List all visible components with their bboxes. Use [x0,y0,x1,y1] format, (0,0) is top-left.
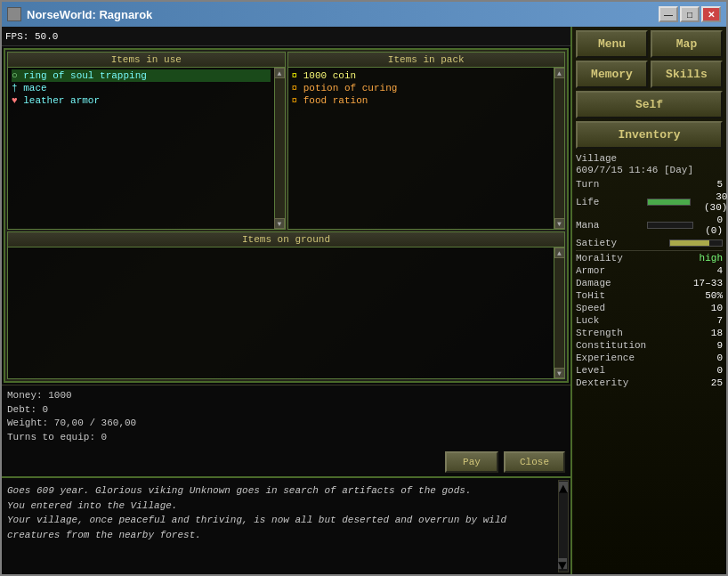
stat-row-damage: Damage 17–33 [576,278,723,288]
life-bar [647,199,691,206]
scroll-down-btn[interactable]: ▼ [274,218,285,229]
minimize-button[interactable]: — [659,6,678,22]
inventory-button[interactable]: Inventory [576,121,723,149]
items-in-use-header: Items in use [8,53,285,68]
money-status: Money: 1000 [7,389,565,402]
items-in-pack-content: ¤ 1000 coin ¤ potion of curing ¤ food ra… [288,68,554,229]
items-on-ground-header: Items on ground [8,232,564,247]
top-button-row: Menu Map [576,30,723,58]
mana-label: Mana [576,220,647,231]
stat-row-satiety: Satiety [576,238,723,248]
message-3: Your village, once peaceful and thriving… [7,513,565,542]
experience-value: 0 [716,353,723,363]
menu-button[interactable]: Menu [576,30,648,58]
bullet-icon: † [12,83,18,93]
armor-label: Armor [576,265,647,276]
stat-row-tohit: ToHit 50% [576,290,723,301]
items-on-ground-content [8,247,554,378]
items-in-pack-scrollbar[interactable]: ▲ ▼ [554,68,564,229]
message-scrollbar[interactable]: ▲ ▼ [558,480,569,572]
dexterity-label: Dexterity [576,377,647,388]
scroll-up-btn[interactable]: ▲ [274,68,285,78]
list-item[interactable]: † mace [12,82,271,94]
stat-row-armor: Armor 4 [576,265,723,276]
maximize-button[interactable]: □ [680,6,700,22]
items-in-pack-header: Items in pack [288,53,565,68]
map-button[interactable]: Map [651,30,723,58]
stat-row-experience: Experience 0 [576,353,723,363]
message-2: You entered into the Village. [7,499,565,514]
stat-row-morality: Morality high [576,253,723,264]
scroll-up-btn[interactable]: ▲ [554,68,565,78]
skills-button[interactable]: Skills [651,61,723,88]
pay-button[interactable]: Pay [445,451,498,473]
scroll-down-btn[interactable]: ▼ [554,368,565,378]
morality-value: high [700,253,723,264]
list-item[interactable]: ¤ 1000 coin [292,69,551,82]
items-on-ground-scrollbar[interactable]: ▲ ▼ [554,247,564,378]
stat-row-speed: Speed 10 [576,303,723,313]
items-on-ground-panel: Items on ground ▲ ▼ [7,231,565,379]
list-item[interactable]: ¤ potion of curing [292,82,551,94]
app-icon [7,7,21,21]
stats-area: Village 609/7/15 11:46 [Day] Turn 5 Life… [576,151,723,571]
message-log: Goes 609 year. Glorious viking Unknown g… [2,476,570,574]
location-text: Village [576,153,723,164]
main-content: FPS: 50.0 Items in use ○ ring of soul tr… [2,27,726,574]
luck-value: 7 [716,315,723,326]
close-inventory-button[interactable]: Close [504,451,565,473]
list-item[interactable]: ♥ leather armor [12,94,271,107]
tohit-value: 50% [705,290,723,301]
message-scroll-down[interactable]: ▼ [558,558,567,569]
bullet-icon: ¤ [292,83,298,93]
level-label: Level [576,365,647,376]
game-area: FPS: 50.0 Items in use ○ ring of soul tr… [2,27,570,574]
strength-label: Strength [576,328,647,338]
strength-value: 18 [711,328,723,338]
items-in-pack-panel: Items in pack ¤ 1000 coin ¤ potion of cu… [287,52,566,230]
title-bar: NorseWorld: Ragnarok — □ ✕ [2,2,726,27]
damage-label: Damage [576,278,647,288]
turns-status: Turns to equip: 0 [7,431,565,444]
luck-label: Luck [576,315,647,326]
fps-counter: FPS: 50.0 [5,31,58,42]
mana-bar [647,222,693,229]
scroll-down-btn[interactable]: ▼ [554,218,565,229]
stat-row-strength: Strength 18 [576,328,723,338]
life-label: Life [576,197,647,207]
turn-value: 5 [716,179,723,190]
message-scroll-up[interactable]: ▲ [559,482,568,492]
items-in-use-scrollbar[interactable]: ▲ ▼ [274,68,285,229]
dexterity-value: 25 [711,377,723,388]
constitution-value: 9 [716,340,723,351]
scroll-up-btn[interactable]: ▲ [554,247,565,258]
list-item[interactable]: ¤ food ration [292,94,551,107]
satiety-bar [669,239,723,247]
stat-row-luck: Luck 7 [576,315,723,326]
bullet-icon: ¤ [292,70,298,81]
bullet-icon: ¤ [292,95,298,106]
turn-label: Turn [576,179,647,190]
damage-value: 17–33 [693,278,723,288]
list-item[interactable]: ○ ring of soul trapping [12,69,271,82]
items-in-use-panel: Items in use ○ ring of soul trapping † m… [7,52,286,230]
window-title: NorseWorld: Ragnarok [27,8,152,21]
memory-button[interactable]: Memory [576,61,648,88]
fps-bar: FPS: 50.0 [2,27,570,46]
self-button[interactable]: Self [576,91,723,118]
bullet-icon: ○ [12,70,18,81]
experience-label: Experience [576,353,647,363]
stat-row-level: Level 0 [576,365,723,376]
stat-row-constitution: Constitution 9 [576,340,723,351]
status-area: Money: 1000 Debt: 0 Weight: 70,00 / 360,… [2,385,570,448]
speed-value: 10 [711,303,723,313]
armor-value: 4 [716,265,723,276]
close-button[interactable]: ✕ [701,6,721,22]
morality-label: Morality [576,253,647,264]
top-panels: Items in use ○ ring of soul trapping † m… [7,52,565,230]
message-1: Goes 609 year. Glorious viking Unknown g… [7,483,565,499]
bullet-icon: ♥ [12,95,18,106]
middle-button-row: Memory Skills [576,61,723,88]
speed-label: Speed [576,303,647,313]
weight-status: Weight: 70,00 / 360,00 [7,417,565,430]
